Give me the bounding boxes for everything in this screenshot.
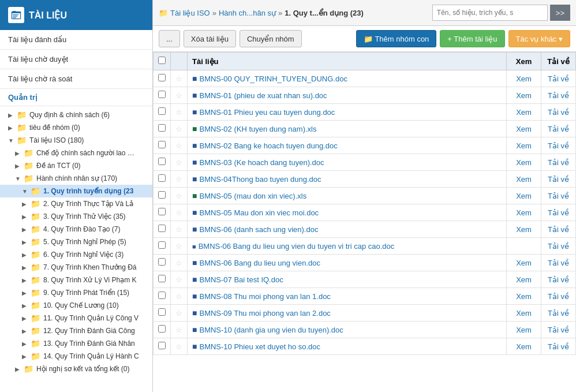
- download-cell[interactable]: Tải về: [541, 288, 576, 305]
- view-link[interactable]: Xem: [516, 125, 532, 133]
- view-link[interactable]: Xem: [516, 275, 532, 284]
- download-link[interactable]: Tải về: [548, 342, 569, 351]
- view-link[interactable]: Xem: [516, 91, 532, 100]
- sidebar-item-pending-approval[interactable]: Tài liệu chờ duyệt: [0, 50, 152, 69]
- download-link[interactable]: Tải về: [548, 74, 569, 83]
- download-cell[interactable]: Tải về: [541, 255, 576, 271]
- download-link[interactable]: Tải về: [548, 292, 569, 301]
- download-cell[interactable]: Tải về: [541, 221, 576, 238]
- add-doc-button[interactable]: + Thêm tài liệu: [440, 30, 504, 47]
- view-cell[interactable]: Xem: [507, 121, 541, 137]
- sidebar-item-bookmarked[interactable]: Tài liệu đánh dấu: [0, 30, 152, 50]
- view-link[interactable]: Xem: [516, 259, 532, 267]
- breadcrumb-root[interactable]: Tài liệu ISO: [170, 9, 210, 17]
- star-cell[interactable]: ☆: [171, 154, 188, 171]
- tree-item-quy-dinh[interactable]: ▶📁Quy định & chính sách (6): [0, 109, 152, 121]
- download-cell[interactable]: Tải về: [541, 70, 576, 87]
- star-cell[interactable]: ☆: [171, 188, 188, 204]
- tree-item-quy-trinh-danh-gia-cong[interactable]: ▶📁12. Quy Trình Đánh Giá Công: [0, 324, 152, 337]
- download-cell[interactable]: Tải về: [541, 238, 576, 255]
- star-cell[interactable]: ☆: [171, 70, 188, 87]
- download-link[interactable]: Tải về: [548, 208, 569, 217]
- download-link[interactable]: Tải về: [548, 309, 569, 318]
- tree-item-tieu-de[interactable]: ▶📁tiêu đề nhóm (0): [0, 121, 152, 134]
- sidebar-item-pending-review[interactable]: Tài liệu chờ rà soát: [0, 69, 152, 89]
- tree-item-quy-trinh-quan-ly-cong[interactable]: ▶📁11. Quy Trình Quản Lý Công V: [0, 312, 152, 324]
- star-cell[interactable]: ☆: [171, 204, 188, 221]
- download-cell[interactable]: Tải về: [541, 87, 576, 104]
- download-link[interactable]: Tải về: [548, 141, 569, 150]
- tree-item-de-an[interactable]: ▶📁Đề án TCT (0): [0, 159, 152, 172]
- tree-item-tai-lieu-iso[interactable]: ▼📁Tài liệu ISO (180): [0, 134, 152, 147]
- tree-item-hanh-chinh[interactable]: ▼📁Hành chính nhân sự (170): [0, 172, 152, 185]
- tree-item-quy-trinh-danh-gia-nhan[interactable]: ▶📁13. Quy Trình Đánh Giá Nhân: [0, 337, 152, 350]
- download-link[interactable]: Tải về: [548, 175, 569, 184]
- view-cell[interactable]: Xem: [507, 322, 541, 338]
- star-cell[interactable]: ☆: [171, 255, 188, 271]
- row-checkbox[interactable]: [158, 74, 166, 81]
- row-checkbox[interactable]: [158, 275, 166, 282]
- row-checkbox[interactable]: [158, 342, 166, 349]
- doc-link[interactable]: BMNS-03 (Ke hoach dang tuyen).doc: [199, 158, 324, 167]
- move-button[interactable]: Chuyển nhóm: [240, 30, 302, 47]
- tree-item-quy-trinh-phat-trien[interactable]: ▶📁9. Quy Trình Phát Triển (15): [0, 286, 152, 299]
- download-link[interactable]: Tải về: [548, 326, 569, 334]
- download-link[interactable]: Tải về: [548, 259, 569, 267]
- breadcrumb-parent[interactable]: Hành ch...hân sự: [219, 9, 276, 17]
- view-cell[interactable]: Xem: [507, 137, 541, 154]
- view-cell[interactable]: Xem: [507, 255, 541, 271]
- download-link[interactable]: Tải về: [548, 108, 569, 117]
- download-link[interactable]: Tải về: [548, 275, 569, 284]
- row-checkbox[interactable]: [158, 225, 166, 232]
- view-link[interactable]: Xem: [516, 74, 532, 83]
- star-cell[interactable]: ☆: [171, 221, 188, 238]
- view-cell[interactable]: Xem: [507, 288, 541, 305]
- star-cell[interactable]: ☆: [171, 338, 188, 355]
- search-input[interactable]: [432, 5, 548, 21]
- search-button[interactable]: >>: [550, 5, 570, 21]
- download-cell[interactable]: Tải về: [541, 121, 576, 137]
- tree-item-quy-che-luong[interactable]: ▶📁10. Quy Chế Lương (10): [0, 299, 152, 312]
- tree-item-quy-trinh-nghi-phep[interactable]: ▶📁5. Quy Trình Nghỉ Phép (5): [0, 236, 152, 248]
- tree-item-quy-trinh-dao-tao[interactable]: ▶📁4. Quy Trình Đào Tạo (7): [0, 223, 152, 236]
- download-cell[interactable]: Tải về: [541, 137, 576, 154]
- row-checkbox[interactable]: [158, 124, 166, 132]
- star-cell[interactable]: ☆: [171, 238, 188, 255]
- star-cell[interactable]: ☆: [171, 305, 188, 322]
- download-link[interactable]: Tải về: [548, 192, 569, 200]
- view-link[interactable]: Xem: [516, 175, 532, 184]
- download-cell[interactable]: Tải về: [541, 188, 576, 204]
- download-link[interactable]: Tải về: [548, 125, 569, 133]
- star-cell[interactable]: ☆: [171, 121, 188, 137]
- delete-button[interactable]: Xóa tài liệu: [184, 30, 236, 47]
- row-checkbox[interactable]: [158, 107, 166, 115]
- download-cell[interactable]: Tải về: [541, 171, 576, 188]
- add-group-button[interactable]: 📁 Thêm nhóm con: [356, 30, 436, 47]
- doc-link[interactable]: BMNS-06 Bang du lieu ung vien.doc: [199, 259, 320, 267]
- view-link[interactable]: Xem: [516, 141, 532, 150]
- doc-link[interactable]: BMNS-07 Bai test IQ.doc: [199, 275, 283, 284]
- view-cell[interactable]: Xem: [507, 104, 541, 121]
- download-link[interactable]: Tải về: [548, 91, 569, 100]
- view-cell[interactable]: Xem: [507, 154, 541, 171]
- view-link[interactable]: Xem: [516, 326, 532, 334]
- view-link[interactable]: Xem: [516, 292, 532, 301]
- star-cell[interactable]: ☆: [171, 322, 188, 338]
- doc-link[interactable]: BMNS-10 (danh gia ung vien du tuyen).doc: [199, 326, 343, 334]
- doc-link[interactable]: BMNS-01 Phieu yeu cau tuyen dung.doc: [199, 108, 335, 117]
- doc-link[interactable]: BMNS-02 Bang ke hoach tuyen dung.doc: [199, 141, 337, 150]
- doc-link[interactable]: BMNS-06 Bang du lieu ung vien du tuyen v…: [199, 242, 395, 251]
- doc-link[interactable]: BMNS-02 (KH tuyen dung nam).xls: [199, 125, 316, 133]
- view-cell[interactable]: Xem: [507, 305, 541, 322]
- doc-link[interactable]: BMNS-05 (mau don xin viec).xls: [199, 192, 306, 200]
- tree-item-hoi-nghi[interactable]: ▶📁Hội nghị sơ kết và tổng kết (0): [0, 363, 152, 375]
- download-cell[interactable]: Tải về: [541, 104, 576, 121]
- download-cell[interactable]: Tải về: [541, 338, 576, 355]
- view-link[interactable]: Xem: [516, 225, 532, 234]
- star-cell[interactable]: ☆: [171, 288, 188, 305]
- tree-item-che-do[interactable]: ▶📁Chế độ chính sách người lao động: [0, 147, 152, 159]
- tree-item-quy-trinh-thu-viec[interactable]: ▶📁3. Quy Trình Thử Việc (35): [0, 210, 152, 223]
- view-cell[interactable]: Xem: [507, 87, 541, 104]
- download-link[interactable]: Tải về: [548, 158, 569, 167]
- row-checkbox[interactable]: [158, 91, 166, 98]
